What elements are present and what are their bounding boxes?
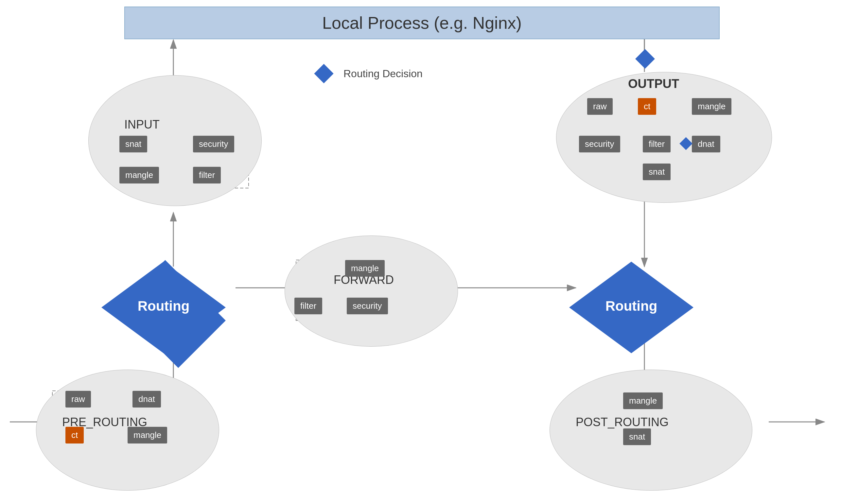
forward-mangle-box: mangle: [345, 260, 385, 277]
pre-dnat-box: dnat: [132, 391, 161, 408]
pre-ct-box: ct: [66, 427, 84, 444]
forward-security-box: security: [347, 298, 388, 314]
output-dnat-box: dnat: [692, 136, 720, 152]
legend-label: Routing Decision: [343, 68, 423, 80]
right-routing-svg: Routing: [566, 258, 697, 357]
svg-text:Routing: Routing: [138, 298, 190, 314]
svg-marker-36: [635, 49, 655, 69]
input-filter-box: filter: [193, 167, 221, 183]
left-routing-svg: Routing: [98, 258, 229, 357]
output-raw-box: raw: [587, 98, 613, 115]
pre-mangle-box: mangle: [128, 427, 167, 444]
pre-raw-box: raw: [66, 391, 91, 408]
output-top-small-diamond: [634, 49, 656, 70]
output-snat-box: snat: [643, 164, 670, 180]
output-security-box: security: [579, 136, 620, 152]
post-mangle-box: mangle: [623, 393, 663, 409]
post-snat-box: snat: [623, 429, 651, 445]
input-mangle-box: mangle: [120, 167, 159, 183]
forward-filter-box: filter: [294, 298, 322, 314]
input-label: INPUT: [124, 118, 160, 131]
output-mangle-box: mangle: [692, 98, 731, 115]
input-ellipse: [88, 75, 262, 206]
input-security-box: security: [193, 136, 234, 152]
diagram-container: Local Process (e.g. Nginx) Routing Decis…: [0, 0, 841, 504]
post-routing-label: POST_ROUTING: [576, 415, 668, 429]
svg-text:Routing: Routing: [606, 298, 658, 314]
input-snat-box: snat: [120, 136, 147, 152]
output-filter-box: filter: [643, 136, 670, 152]
output-label: OUTPUT: [628, 77, 679, 91]
legend: Routing Decision: [314, 64, 423, 84]
output-ct-box: ct: [638, 98, 656, 115]
local-process-box: Local Process (e.g. Nginx): [124, 6, 720, 39]
local-process-label: Local Process (e.g. Nginx): [322, 13, 522, 33]
forward-ellipse: [285, 235, 458, 347]
